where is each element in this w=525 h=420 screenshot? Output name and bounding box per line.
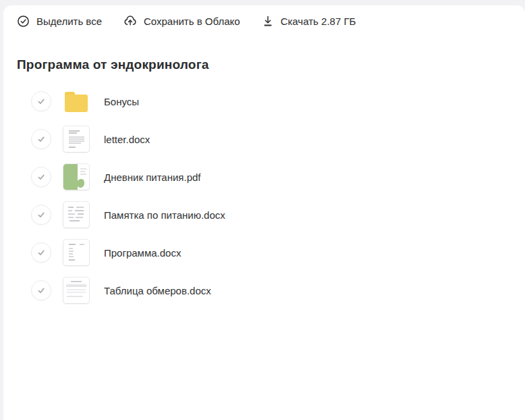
save-to-cloud-button[interactable]: Сохранить в Облако <box>123 15 240 28</box>
pdf-green-thumbnail[interactable] <box>63 164 89 190</box>
doc-memo-thumbnail[interactable] <box>63 202 89 228</box>
file-row[interactable]: Бонусы <box>3 82 525 120</box>
file-row[interactable]: Дневник питания.pdf <box>3 158 525 196</box>
file-checkbox[interactable] <box>31 205 51 225</box>
file-name[interactable]: Бонусы <box>104 96 139 107</box>
file-row[interactable]: letter.docx <box>3 120 525 158</box>
download-button[interactable]: Скачать 2.87 ГБ <box>262 15 356 28</box>
checkmark-icon <box>36 172 47 182</box>
file-row[interactable]: Таблица обмеров.docx <box>3 271 525 309</box>
cloud-upload-icon <box>123 15 137 28</box>
file-name[interactable]: letter.docx <box>104 134 150 145</box>
content-card: Выделить все Сохранить в Облако Скач <box>3 5 525 420</box>
folder-icon[interactable] <box>63 88 89 114</box>
doc-table-thumbnail[interactable] <box>63 278 89 303</box>
select-all-label: Выделить все <box>36 16 102 27</box>
save-to-cloud-label: Сохранить в Облако <box>144 16 240 27</box>
file-name[interactable]: Таблица обмеров.docx <box>104 285 211 296</box>
checkmark-icon <box>36 247 47 258</box>
select-all-button[interactable]: Выделить все <box>17 15 102 28</box>
file-name[interactable]: Программа.docx <box>104 247 181 259</box>
checkmark-icon <box>36 96 47 107</box>
doc-letter-thumbnail[interactable] <box>63 126 89 152</box>
doc-program-thumbnail[interactable] <box>63 240 89 265</box>
file-checkbox[interactable] <box>31 129 51 149</box>
file-name[interactable]: Дневник питания.pdf <box>104 172 201 183</box>
file-checkbox[interactable] <box>31 280 51 300</box>
download-icon <box>262 15 274 28</box>
file-checkbox[interactable] <box>31 167 51 187</box>
toolbar: Выделить все Сохранить в Облако Скач <box>3 5 525 28</box>
page-title: Программа от эндокринолога <box>17 57 525 72</box>
file-name[interactable]: Памятка по питанию.docx <box>104 209 225 221</box>
checkmark-icon <box>36 209 47 220</box>
file-row[interactable]: Памятка по питанию.docx <box>3 196 525 234</box>
download-label: Скачать 2.87 ГБ <box>281 16 356 27</box>
checkmark-icon <box>36 134 47 145</box>
file-row[interactable]: Программа.docx <box>3 234 525 271</box>
file-checkbox[interactable] <box>31 242 51 263</box>
check-circle-icon <box>17 15 30 28</box>
file-list: Бонусы letter.docx Дневник питания.pdf П… <box>3 82 525 309</box>
file-checkbox[interactable] <box>31 91 51 111</box>
checkmark-icon <box>36 285 47 296</box>
